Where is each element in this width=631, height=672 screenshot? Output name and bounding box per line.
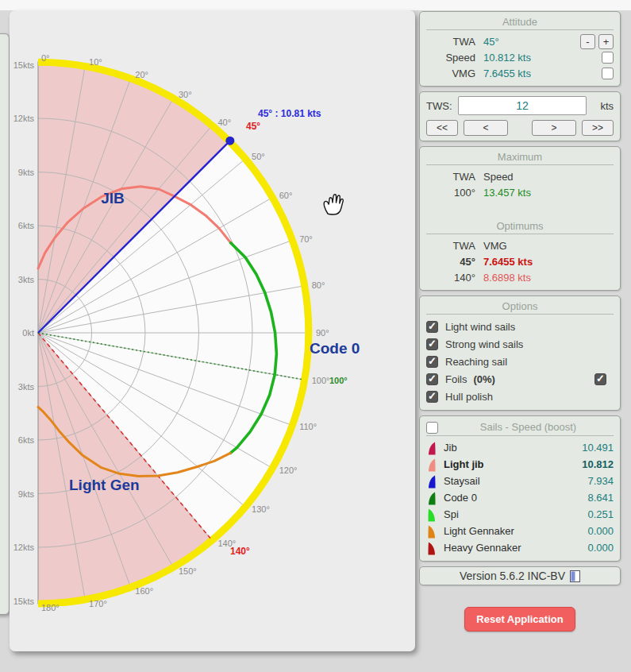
sail-row: Jib10.491 bbox=[426, 439, 614, 456]
optimum-downwind-twa: 140° bbox=[426, 272, 475, 284]
speed-label: Speed bbox=[426, 52, 475, 64]
angle-label: 30° bbox=[179, 90, 192, 99]
speed-label: 12kts bbox=[13, 114, 35, 123]
option-label: Foils bbox=[445, 373, 467, 385]
twa-minus-button[interactable]: - bbox=[580, 34, 595, 49]
reset-area: Reset Application bbox=[419, 607, 621, 631]
sail-speed-value: 0.000 bbox=[587, 542, 614, 554]
chart-annotation: 45° : 10.81 kts bbox=[258, 108, 321, 119]
angle-label: 170° bbox=[89, 599, 107, 608]
optimum-downwind-vmg: 8.6898 kts bbox=[483, 272, 614, 284]
top-strip bbox=[0, 0, 631, 10]
angle-label: 120° bbox=[279, 465, 298, 475]
angle-label: 70° bbox=[299, 234, 313, 244]
angle-label: 130° bbox=[252, 504, 270, 514]
reaching-sail-checkbox[interactable] bbox=[426, 356, 438, 368]
option-label: Light wind sails bbox=[445, 321, 515, 333]
angle-label: 80° bbox=[312, 280, 325, 290]
polar-chart[interactable]: 0°10°20°30°40°50°60°70°80°90°100°110°120… bbox=[10, 10, 415, 651]
tws-input[interactable] bbox=[458, 96, 587, 115]
hull-polish-checkbox[interactable] bbox=[426, 391, 438, 403]
sail-row: Code 08.641 bbox=[426, 489, 614, 506]
sail-name: Heavy Gennaker bbox=[444, 542, 587, 554]
sails-list: Jib10.491Light jib10.812Staysail7.934Cod… bbox=[426, 439, 614, 556]
optimums-col2: VMG bbox=[483, 240, 614, 252]
sail-row: Light jib10.812 bbox=[426, 456, 614, 473]
reset-application-button[interactable]: Reset Application bbox=[464, 607, 575, 631]
angle-label: 10° bbox=[89, 57, 102, 67]
foils-checkbox[interactable] bbox=[426, 373, 438, 385]
angle-label: 180° bbox=[41, 603, 60, 612]
divider bbox=[426, 435, 614, 436]
strong-wind-sails-checkbox[interactable] bbox=[426, 338, 438, 350]
optimums-header-row: TWA VMG bbox=[426, 238, 614, 253]
attitude-panel: Attitude TWA 45° - + Speed 10.812 kts VM… bbox=[419, 11, 621, 87]
sail-name: Spi bbox=[444, 508, 587, 520]
control-sidebar: Attitude TWA 45° - + Speed 10.812 kts VM… bbox=[419, 11, 621, 631]
chart-annotation: Code 0 bbox=[310, 340, 360, 357]
vmg-label: VMG bbox=[426, 68, 475, 79]
foils-extra-checkbox[interactable] bbox=[594, 373, 606, 385]
option-hull-polish: Hull polish bbox=[426, 388, 614, 405]
speed-label: 12kts bbox=[13, 543, 35, 552]
sail-row: Spi0.251 bbox=[426, 506, 614, 523]
chart-annotation: JIB bbox=[101, 190, 125, 207]
sails-title: Sails - Speed (boost) bbox=[443, 420, 614, 434]
sail-speed-value: 10.491 bbox=[582, 442, 614, 454]
option-label: Hull polish bbox=[445, 391, 493, 403]
maximum-col2: Speed bbox=[483, 171, 614, 183]
options-title: Options bbox=[426, 299, 614, 314]
speed-zero-label: 0kt bbox=[22, 328, 34, 338]
sail-left-icon bbox=[426, 474, 437, 489]
tws-fast-back-button[interactable]: << bbox=[426, 120, 458, 136]
speed-label: 3kts bbox=[18, 275, 35, 284]
maximum-col1: TWA bbox=[426, 171, 475, 183]
sails-panel: Sails - Speed (boost) Jib10.491Light jib… bbox=[419, 415, 621, 562]
sail-name: Light Gennaker bbox=[444, 525, 587, 537]
sail-row: Staysail7.934 bbox=[426, 473, 614, 489]
chart-annotation: Light Gen bbox=[69, 477, 140, 493]
angle-label: 110° bbox=[299, 422, 317, 431]
twa-plus-button[interactable]: + bbox=[598, 34, 614, 49]
sail-name: Light jib bbox=[444, 458, 582, 470]
speed-label: 15kts bbox=[13, 60, 35, 70]
twa-row: TWA 45° - + bbox=[426, 33, 614, 49]
angle-label: 60° bbox=[279, 191, 293, 200]
tws-row: TWS: kts bbox=[426, 95, 614, 116]
divider bbox=[426, 314, 614, 315]
sail-left-icon bbox=[426, 491, 437, 505]
chart-annotation: 140° bbox=[230, 546, 250, 557]
sail-speed-value: 10.812 bbox=[582, 458, 614, 470]
tws-back-button[interactable]: < bbox=[464, 120, 508, 136]
sail-row: Light Gennaker0.000 bbox=[426, 523, 614, 539]
speed-label: 15kts bbox=[13, 597, 35, 606]
sail-right-icon bbox=[426, 524, 437, 539]
twa-label: TWA bbox=[426, 36, 475, 48]
light-wind-sails-checkbox[interactable] bbox=[426, 321, 438, 333]
left-panel-edge bbox=[0, 33, 10, 615]
option-label: Strong wind sails bbox=[445, 338, 523, 350]
sail-speed-value: 7.934 bbox=[587, 475, 614, 487]
attitude-title: Attitude bbox=[426, 15, 614, 29]
option-foils: Foils (0%) bbox=[426, 370, 614, 388]
vmg-value: 7.6455 kts bbox=[483, 68, 602, 79]
divider bbox=[426, 164, 614, 165]
cursor-dot[interactable] bbox=[225, 137, 234, 145]
hand-cursor-icon bbox=[321, 190, 348, 218]
tws-fast-forward-button[interactable]: >> bbox=[582, 120, 614, 136]
speed-checkbox[interactable] bbox=[602, 52, 614, 64]
foils-percent: (0%) bbox=[473, 373, 494, 385]
vmg-checkbox[interactable] bbox=[602, 68, 614, 79]
vmg-row: VMG 7.6455 kts bbox=[426, 65, 614, 81]
sail-name: Code 0 bbox=[444, 492, 587, 504]
sails-boost-checkbox[interactable] bbox=[426, 422, 438, 434]
angle-label: 150° bbox=[179, 566, 197, 576]
version-note-icon[interactable] bbox=[570, 570, 580, 582]
version-panel: Version 5.6.2 INC-BV bbox=[419, 566, 621, 585]
maximum-header-row: TWA Speed bbox=[426, 168, 614, 184]
tws-forward-button[interactable]: > bbox=[532, 120, 576, 136]
optimum-upwind-vmg: 7.6455 kts bbox=[483, 256, 614, 268]
optimum-downwind-row: 140° 8.6898 kts bbox=[426, 269, 614, 285]
optimums-title: Optimums bbox=[426, 219, 614, 234]
speed-label: 9kts bbox=[18, 489, 35, 499]
